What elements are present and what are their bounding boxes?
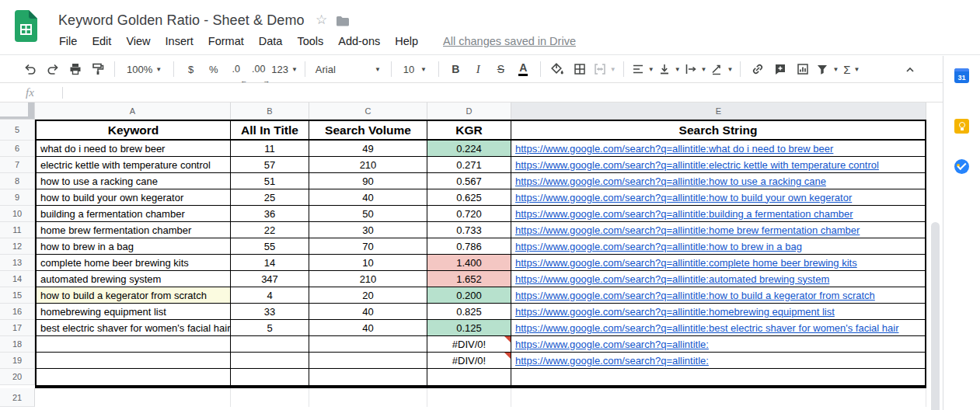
search-string-link[interactable]: https://www.google.com/search?q=allintit… (515, 290, 875, 301)
cell-A16[interactable]: homebrewing equipment list (35, 304, 231, 320)
cell-C16[interactable]: 40 (309, 304, 427, 320)
vertical-align-icon[interactable]: ▼ (657, 59, 681, 79)
cell-B17[interactable]: 5 (231, 320, 309, 336)
cell-A21[interactable] (35, 388, 231, 407)
cell-E6[interactable]: https://www.google.com/search?q=allintit… (511, 141, 926, 157)
undo-icon[interactable] (20, 59, 40, 79)
cell-D14[interactable]: 1.652 (427, 271, 511, 287)
cell-A9[interactable]: how to build your own kegerator (35, 189, 231, 206)
header-cell-search-volume[interactable]: Search Volume (309, 120, 427, 141)
cell-C8[interactable]: 90 (309, 173, 427, 189)
menu-data[interactable]: Data (256, 33, 285, 49)
filter-icon[interactable]: ▼ (815, 59, 839, 79)
insert-comment-icon[interactable] (770, 59, 790, 79)
cell-C14[interactable]: 210 (309, 271, 427, 287)
cell-B20[interactable] (231, 369, 309, 385)
star-icon[interactable]: ☆ (316, 13, 327, 26)
search-string-link[interactable]: https://www.google.com/search?q=allintit… (515, 273, 829, 285)
cell-B7[interactable]: 57 (231, 157, 309, 173)
cell-A20[interactable] (35, 369, 231, 385)
cell-E10[interactable]: https://www.google.com/search?q=allintit… (511, 206, 926, 222)
search-string-link[interactable]: https://www.google.com/search?q=allintit… (515, 355, 709, 367)
row-number-8[interactable]: 8 (0, 173, 35, 189)
cell-B10[interactable]: 36 (231, 206, 309, 222)
select-all-corner[interactable] (0, 102, 35, 120)
column-header-B[interactable]: B (231, 102, 309, 120)
cell-C7[interactable]: 210 (309, 157, 427, 173)
header-cell-search-string[interactable]: Search String (511, 120, 926, 141)
column-header-E[interactable]: E (511, 102, 926, 120)
cell-D13[interactable]: 1.400 (427, 255, 511, 271)
row-number-10[interactable]: 10 (0, 206, 35, 222)
google-tasks-icon[interactable] (954, 159, 969, 174)
cell-E14[interactable]: https://www.google.com/search?q=allintit… (511, 271, 926, 287)
cell-B18[interactable] (231, 336, 309, 353)
menu-help[interactable]: Help (392, 33, 420, 49)
cell-A19[interactable] (35, 353, 231, 369)
row-number-16[interactable]: 16 (0, 304, 35, 320)
cell-C20[interactable] (309, 369, 427, 385)
cell-A12[interactable]: how to brew in a bag (35, 238, 231, 255)
cell-C19[interactable] (309, 353, 427, 369)
search-string-link[interactable]: https://www.google.com/search?q=allintit… (515, 257, 857, 269)
menu-format[interactable]: Format (206, 33, 246, 49)
row-number-6[interactable]: 6 (0, 141, 35, 157)
cell-C6[interactable]: 49 (309, 141, 427, 157)
cell-A18[interactable] (35, 336, 231, 353)
font-size-select[interactable]: 10 ▼ (399, 59, 431, 79)
cell-A6[interactable]: what do i need to brew beer (35, 141, 231, 157)
decrease-decimal-button[interactable]: .0← (226, 59, 246, 79)
column-header-A[interactable]: A (35, 102, 231, 120)
cell-A13[interactable]: complete home beer brewing kits (35, 255, 231, 271)
cell-D11[interactable]: 0.733 (427, 222, 511, 238)
cell-E7[interactable]: https://www.google.com/search?q=allintit… (511, 157, 926, 173)
cell-E18[interactable]: https://www.google.com/search?q=allintit… (511, 336, 926, 353)
cell-B13[interactable]: 14 (231, 255, 309, 271)
strikethrough-button[interactable]: S (491, 59, 511, 79)
search-string-link[interactable]: https://www.google.com/search?q=allintit… (515, 322, 898, 334)
cell-C18[interactable] (309, 336, 427, 353)
cell-B8[interactable]: 51 (231, 173, 309, 189)
cell-C17[interactable]: 40 (309, 320, 427, 336)
cell-B12[interactable]: 55 (231, 238, 309, 255)
cell-D9[interactable]: 0.625 (427, 189, 511, 206)
row-number-13[interactable]: 13 (0, 255, 35, 271)
google-sheets-logo-icon[interactable] (15, 10, 37, 42)
cell-A15[interactable]: how to build a kegerator from scratch (35, 287, 231, 304)
row-number-21[interactable]: 21 (0, 388, 35, 407)
row-number-5[interactable]: 5 (0, 120, 35, 141)
format-percent-button[interactable]: % (204, 59, 223, 79)
cell-D7[interactable]: 0.271 (427, 157, 511, 173)
cell-C15[interactable]: 20 (309, 287, 427, 304)
column-header-C[interactable]: C (309, 102, 427, 120)
formula-input[interactable] (63, 84, 943, 102)
row-number-9[interactable]: 9 (0, 189, 35, 206)
cell-D15[interactable]: 0.200 (427, 287, 511, 304)
cell-C10[interactable]: 50 (309, 206, 427, 222)
row-number-15[interactable]: 15 (0, 287, 35, 304)
search-string-link[interactable]: https://www.google.com/search?q=allintit… (515, 339, 709, 350)
cell-A17[interactable]: best electric shaver for women's facial … (35, 320, 231, 336)
cell-D19[interactable]: #DIV/0! (427, 353, 511, 369)
cell-E8[interactable]: https://www.google.com/search?q=allintit… (511, 173, 926, 189)
cell-B11[interactable]: 22 (231, 222, 309, 238)
cell-D18[interactable]: #DIV/0! (427, 336, 511, 353)
search-string-link[interactable]: https://www.google.com/search?q=allintit… (515, 159, 879, 171)
collapse-toolbar-icon[interactable] (900, 60, 919, 80)
insert-link-icon[interactable] (748, 59, 767, 79)
cell-D21[interactable] (427, 388, 511, 407)
horizontal-align-icon[interactable]: ▼ (631, 59, 654, 79)
text-wrap-icon[interactable]: ▼ (684, 59, 707, 79)
cell-D10[interactable]: 0.720 (427, 206, 511, 222)
cell-E16[interactable]: https://www.google.com/search?q=allintit… (511, 304, 926, 320)
cell-E15[interactable]: https://www.google.com/search?q=allintit… (511, 287, 926, 304)
merge-cells-icon[interactable]: ▼ (593, 59, 616, 79)
cell-D17[interactable]: 0.125 (427, 320, 511, 336)
cell-A14[interactable]: automated brewing system (35, 271, 231, 287)
functions-button[interactable]: Σ ▼ (842, 59, 861, 79)
print-icon[interactable] (65, 59, 85, 79)
cell-C9[interactable]: 40 (309, 189, 427, 206)
redo-icon[interactable] (43, 59, 62, 79)
header-cell-keyword[interactable]: Keyword (35, 120, 231, 141)
cell-A7[interactable]: electric kettle with temperature control (35, 157, 231, 173)
